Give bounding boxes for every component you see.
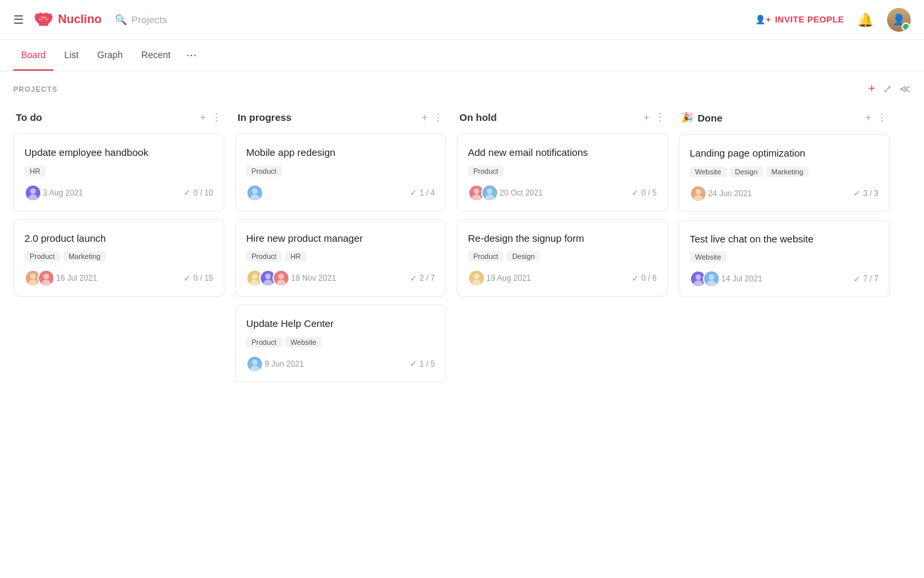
- checkmark-icon: ✓: [410, 188, 417, 198]
- card-tag: Design: [507, 251, 540, 262]
- card-tags: HR: [24, 166, 213, 176]
- brain-logo-icon: [34, 12, 53, 28]
- card-left: 24 Jun 2021: [690, 185, 752, 202]
- card-c4[interactable]: Hire new product manager ProductHR 18 No…: [235, 219, 446, 297]
- column-add-card-button-inprogress[interactable]: +: [422, 112, 428, 123]
- add-column-button[interactable]: +: [868, 82, 875, 96]
- check-count-value: 3 / 3: [863, 189, 878, 198]
- card-left: 16 Jul 2021: [24, 270, 97, 287]
- card-date: 16 Jul 2021: [56, 273, 97, 283]
- card-avatar: [690, 185, 707, 202]
- card-tag: Website: [285, 337, 322, 347]
- card-c1[interactable]: Update employee handbook HR 3 Aug 2021 ✓…: [13, 133, 224, 211]
- card-check-count: ✓ 0 / 15: [183, 273, 213, 283]
- tab-more-icon[interactable]: ⋯: [181, 40, 202, 71]
- column-add-card-button-onhold[interactable]: +: [644, 112, 649, 123]
- column-menu-button-inprogress[interactable]: ⋮: [433, 112, 444, 123]
- plus-icon: +: [868, 82, 875, 96]
- check-count-value: 1 / 5: [420, 359, 435, 369]
- card-avatars: [246, 355, 259, 373]
- card-footer: 16 Jul 2021 ✓ 0 / 15: [24, 270, 213, 287]
- card-tags: WebsiteDesignMarketing: [690, 166, 878, 177]
- column-header-inprogress: In progress + ⋮: [235, 106, 446, 128]
- card-tags: ProductHR: [246, 251, 435, 262]
- card-title: Add new email notifications: [468, 146, 657, 159]
- card-left: 20 Oct 2021: [468, 184, 543, 201]
- card-c8[interactable]: Landing page optimization WebsiteDesignM…: [678, 134, 890, 212]
- checkmark-icon: ✓: [183, 273, 191, 283]
- card-avatar: [273, 270, 290, 287]
- checkmark-icon: ✓: [410, 273, 417, 283]
- card-tag: Product: [24, 251, 60, 262]
- column-add-card-button-todo[interactable]: +: [200, 112, 206, 123]
- search-placeholder: Projects: [131, 14, 167, 25]
- search-area[interactable]: 🔍 Projects: [115, 14, 167, 26]
- card-left: 14 Jul 2021: [690, 270, 762, 287]
- card-title: Mobile app redesign: [246, 146, 435, 159]
- card-tags: ProductWebsite: [246, 337, 435, 347]
- card-tag: Product: [468, 166, 504, 176]
- expand-icon: ⤢: [883, 83, 892, 95]
- svg-point-37: [696, 274, 701, 279]
- tab-graph[interactable]: Graph: [89, 40, 131, 71]
- svg-point-28: [487, 188, 492, 194]
- svg-point-31: [474, 273, 479, 279]
- column-inprogress: In progress + ⋮ Mobile app redesign Prod…: [235, 106, 446, 390]
- logo-text: Nuclino: [58, 13, 102, 26]
- card-title: Re-design the signup form: [468, 232, 657, 245]
- card-title: Test live chat on the website: [690, 233, 878, 246]
- card-check-count: ✓ 7 / 7: [853, 274, 878, 284]
- tab-board[interactable]: Board: [13, 40, 53, 71]
- user-avatar-header[interactable]: 👤: [887, 8, 911, 32]
- svg-point-34: [696, 189, 701, 194]
- card-tag: HR: [24, 166, 46, 176]
- tab-list[interactable]: List: [56, 40, 86, 71]
- card-tags: ProductDesign: [468, 251, 657, 262]
- card-title: 2.0 product launch: [24, 232, 213, 245]
- notification-bell-icon[interactable]: 🔔: [857, 12, 874, 28]
- column-menu-button-onhold[interactable]: ⋮: [655, 112, 665, 123]
- card-footer: 3 Aug 2021 ✓ 0 / 10: [24, 184, 213, 201]
- checkmark-icon: ✓: [410, 359, 417, 369]
- column-todo: To do + ⋮ Update employee handbook HR 3 …: [13, 106, 224, 390]
- card-c7[interactable]: Re-design the signup form ProductDesign …: [457, 219, 668, 297]
- column-actions-onhold: + ⋮: [644, 112, 665, 123]
- card-avatar: [246, 355, 263, 373]
- checkmark-icon: ✓: [853, 274, 861, 284]
- column-menu-button-todo[interactable]: ⋮: [211, 112, 222, 123]
- checkmark-icon: ✓: [632, 273, 639, 283]
- card-avatar: [38, 270, 55, 287]
- expand-board-button[interactable]: ⤢: [883, 83, 892, 95]
- card-check-count: ✓ 0 / 6: [632, 273, 657, 283]
- checkmark-icon: ✓: [632, 188, 639, 198]
- svg-point-25: [474, 188, 479, 194]
- collapse-board-button[interactable]: ≪: [900, 83, 911, 95]
- check-count-value: 0 / 5: [642, 188, 657, 198]
- hamburger-menu-icon[interactable]: ☰: [13, 13, 24, 27]
- card-footer: 24 Jun 2021 ✓ 3 / 3: [690, 185, 878, 202]
- card-tag: Website: [690, 166, 727, 177]
- card-tags: Website: [690, 252, 878, 262]
- card-avatar: [703, 270, 720, 287]
- column-menu-button-done[interactable]: ⋮: [876, 112, 887, 123]
- card-footer: ✓ 1 / 4: [246, 184, 435, 201]
- card-c2[interactable]: 2.0 product launch ProductMarketing 16 J…: [13, 219, 224, 297]
- card-c3[interactable]: Mobile app redesign Product ✓ 1 / 4: [235, 133, 446, 211]
- card-left: 19 Aug 2021: [468, 270, 531, 287]
- column-add-card-button-done[interactable]: +: [865, 112, 871, 123]
- invite-people-button[interactable]: 👤+ INVITE PEOPLE: [755, 15, 844, 24]
- card-footer: 9 Jun 2021 ✓ 1 / 5: [246, 355, 435, 373]
- card-tags: ProductMarketing: [24, 251, 213, 262]
- card-check-count: ✓ 3 / 3: [853, 188, 878, 198]
- card-avatars: [24, 184, 38, 201]
- tabs-bar: Board List Graph Recent ⋯: [0, 40, 924, 71]
- card-footer: 20 Oct 2021 ✓ 0 / 5: [468, 184, 657, 201]
- avatar-face: 👤: [887, 8, 911, 32]
- card-c9[interactable]: Test live chat on the website Website 14…: [678, 220, 890, 298]
- tab-recent[interactable]: Recent: [133, 40, 178, 71]
- card-check-count: ✓ 1 / 4: [410, 188, 435, 198]
- card-c6[interactable]: Add new email notifications Product 20 O…: [457, 133, 668, 211]
- svg-point-19: [279, 273, 284, 279]
- board-actions: + ⤢ ≪: [868, 82, 911, 96]
- card-c5[interactable]: Update Help Center ProductWebsite 9 Jun …: [235, 305, 446, 382]
